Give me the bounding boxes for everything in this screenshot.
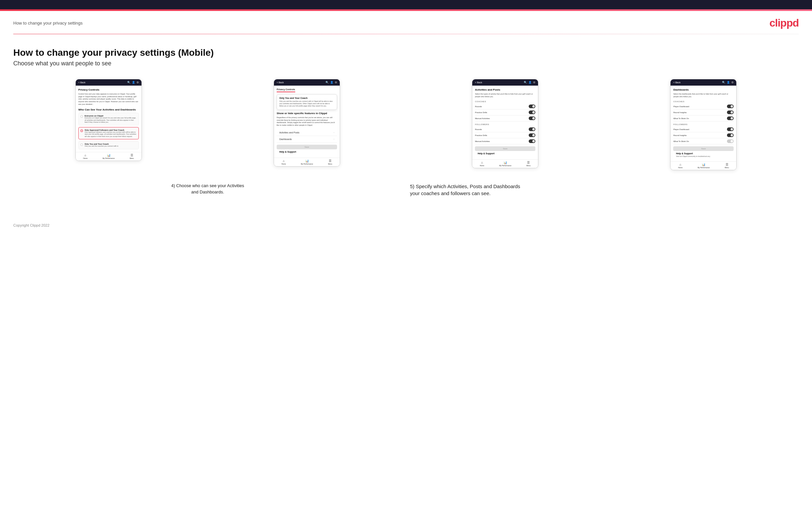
performance-label-2: My Performance: [301, 163, 313, 165]
settings-icon-1[interactable]: ⚙: [137, 81, 139, 84]
back-link-1[interactable]: < Back: [79, 81, 86, 83]
toggle-insights-followers-label: Round Insights: [673, 134, 687, 136]
search-icon-3[interactable]: 🔍: [524, 81, 527, 84]
toggle-insights-followers-switch[interactable]: [727, 133, 733, 137]
nav-activities-chevron: ›: [334, 131, 335, 134]
phone-footer-3: ⌂ Home 📊 My Performance ☰ Menu: [472, 159, 538, 168]
breadcrumb: How to change your privacy settings: [13, 20, 83, 25]
footer-performance-2[interactable]: 📊 My Performance: [301, 159, 313, 165]
nav-dashboards-label: Dashboards: [279, 138, 292, 140]
search-icon-4[interactable]: 🔍: [722, 81, 725, 84]
footer-performance-3[interactable]: 📊 My Performance: [499, 161, 511, 167]
phone-topbar-1: < Back 🔍 👤 ⚙: [76, 79, 142, 86]
caption-5: 5) Specify which Activities, Posts and D…: [410, 183, 523, 197]
performance-label-4: My Performance: [698, 167, 710, 169]
toggle-player-coaches: Player Dashboard: [673, 104, 733, 110]
person-icon-2[interactable]: 👤: [330, 81, 334, 84]
settings-icon-4[interactable]: ⚙: [731, 81, 733, 84]
nav-activities[interactable]: Activities and Posts ›: [276, 129, 337, 136]
toggle-rounds-coaches: Rounds: [475, 104, 536, 110]
save-button-4[interactable]: Save: [673, 146, 733, 151]
save-button-2[interactable]: Save: [276, 145, 337, 149]
footer-home-2[interactable]: ⌂ Home: [281, 159, 286, 165]
toggle-practice-followers: Practice Drills: [475, 132, 536, 138]
popup-title-2: Only You and Your Coach: [279, 97, 335, 99]
toggle-manual-followers-label: Manual Activities: [475, 140, 490, 143]
person-icon-4[interactable]: 👤: [727, 81, 730, 84]
radio-approved[interactable]: Only Approved Followers and Your Coach O…: [79, 127, 139, 140]
toggle-manual-coaches: Manual Activities: [475, 115, 536, 121]
toggle-player-coaches-label: Player Dashboard: [673, 106, 689, 108]
person-icon-1[interactable]: 👤: [132, 81, 135, 84]
toggle-player-followers-switch[interactable]: [727, 127, 733, 131]
menu-label-1: Menu: [130, 157, 134, 159]
toggle-manual-coaches-switch[interactable]: [529, 116, 536, 120]
home-label-2: Home: [281, 163, 286, 165]
footer-performance-4[interactable]: 📊 My Performance: [698, 163, 710, 169]
phone-content-3: Activities and Posts Select the types of…: [472, 86, 538, 159]
search-icon-1[interactable]: 🔍: [127, 81, 131, 84]
home-icon-3: ⌂: [481, 161, 483, 164]
toggle-rounds-followers-switch[interactable]: [529, 127, 536, 131]
radio-circle-approved: [81, 129, 83, 132]
back-link-3[interactable]: < Back: [475, 81, 482, 83]
toggle-workon-followers-switch[interactable]: [727, 139, 733, 143]
coaches-header-3: COACHES: [475, 101, 536, 103]
toggle-player-coaches-switch[interactable]: [727, 105, 733, 108]
back-link-2[interactable]: < Back: [276, 81, 284, 83]
person-icon-3[interactable]: 👤: [528, 81, 532, 84]
settings-icon-2[interactable]: ⚙: [335, 81, 337, 84]
performance-label-3: My Performance: [499, 165, 511, 167]
caption-4: 4) Choose who can see your Activities an…: [171, 183, 244, 195]
mockup-1-col: < Back 🔍 👤 ⚙ Privacy Controls Control ho…: [13, 79, 204, 170]
coaches-header-4: COACHES: [673, 101, 733, 103]
settings-icon-3[interactable]: ⚙: [533, 81, 536, 84]
toggle-practice-followers-switch[interactable]: [529, 133, 536, 137]
footer-menu-2[interactable]: ☰ Menu: [328, 159, 333, 165]
toggle-practice-coaches-switch[interactable]: [529, 111, 536, 114]
mockup-4-col: < Back 🔍 👤 ⚙ Dashboards Select the dashb…: [608, 79, 799, 170]
footer-menu-3[interactable]: ☰ Menu: [526, 161, 531, 167]
performance-icon-4: 📊: [702, 163, 705, 166]
radio-everyone[interactable]: Everyone on Clippd Everyone on Clippd ca…: [79, 113, 139, 125]
menu-label-3: Menu: [526, 165, 531, 167]
phone-footer-2: ⌂ Home 📊 My Performance ☰ Menu: [274, 158, 340, 166]
main-content: How to change your privacy settings (Mob…: [0, 34, 812, 217]
home-label-4: Home: [678, 167, 682, 169]
privacy-tab-2[interactable]: Privacy Controls: [276, 88, 295, 92]
toggle-rounds-followers-label: Rounds: [475, 128, 482, 130]
dashboards-title-4: Dashboards: [673, 88, 733, 91]
save-button-3[interactable]: Save: [475, 146, 536, 151]
radio-desc-only-you: Only you and the coaches you connect wit…: [85, 145, 118, 147]
toggle-insights-coaches-switch[interactable]: [727, 111, 733, 114]
footer-home-4[interactable]: ⌂ Home: [678, 163, 682, 169]
toggle-rounds-coaches-switch[interactable]: [529, 105, 536, 108]
show-hide-body-2: Regardless of the privacy controls that …: [276, 116, 337, 127]
footer-performance-1[interactable]: 📊 My Performance: [103, 154, 115, 159]
footer-menu-4[interactable]: ☰ Menu: [725, 163, 729, 169]
phone-content-2: Privacy Controls Only You and Your Coach…: [274, 86, 340, 158]
nav-dashboards[interactable]: Dashboards ›: [276, 136, 337, 143]
search-icon-2[interactable]: 🔍: [325, 81, 329, 84]
radio-only-you[interactable]: Only You and Your Coach Only you and the…: [79, 141, 139, 149]
back-link-4[interactable]: < Back: [673, 81, 680, 83]
footer-home-3[interactable]: ⌂ Home: [480, 161, 484, 167]
activities-title-3: Activities and Posts: [475, 88, 536, 91]
toggle-practice-coaches-label: Practice Drills: [475, 111, 487, 113]
footer-menu-1[interactable]: ☰ Menu: [130, 154, 134, 159]
toggle-rounds-coaches-label: Rounds: [475, 106, 482, 108]
phone-footer-4: ⌂ Home 📊 My Performance ☰ Menu: [670, 161, 736, 170]
toggle-manual-coaches-label: Manual Activities: [475, 117, 490, 119]
performance-label-1: My Performance: [103, 157, 115, 159]
phone-topbar-icons-3: 🔍 👤 ⚙: [524, 81, 536, 84]
popup-desc-2: Only you and the coaches you connect wit…: [279, 100, 335, 107]
toggle-player-followers: Player Dashboard: [673, 126, 733, 132]
phone-mockup-1: < Back 🔍 👤 ⚙ Privacy Controls Control ho…: [75, 79, 142, 161]
performance-icon-3: 📊: [503, 161, 507, 164]
toggle-manual-followers: Manual Activities: [475, 138, 536, 144]
radio-desc-approved: Only approved followers and coaches you …: [85, 131, 137, 138]
toggle-manual-followers-switch[interactable]: [529, 139, 536, 143]
footer-home-1[interactable]: ⌂ Home: [83, 154, 87, 159]
toggle-workon-coaches-switch[interactable]: [727, 116, 733, 120]
phone-topbar-4: < Back 🔍 👤 ⚙: [670, 79, 736, 86]
